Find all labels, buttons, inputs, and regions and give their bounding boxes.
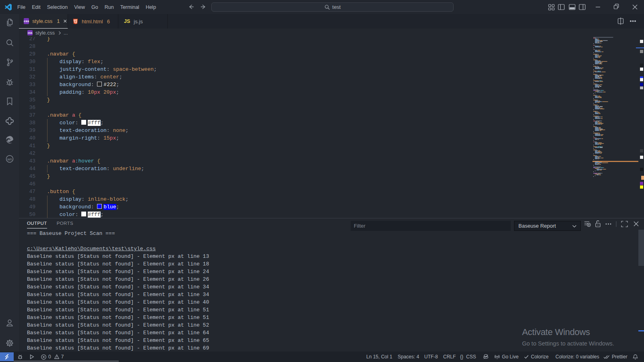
svg-text:wn: wn	[7, 157, 12, 161]
